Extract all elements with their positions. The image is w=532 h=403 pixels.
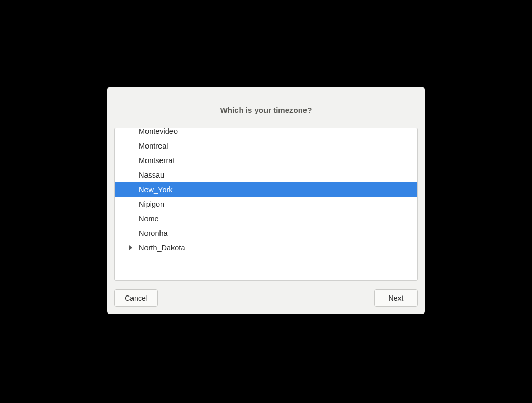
next-button[interactable]: Next — [374, 289, 418, 307]
list-item-label: Montserrat — [139, 156, 175, 165]
list-item-label: Nipigon — [139, 200, 164, 208]
list-item[interactable]: Montserrat — [115, 153, 417, 168]
list-item-label: Noronha — [139, 229, 168, 237]
dialog-header: Which is your timezone? — [107, 87, 425, 125]
expand-arrow-icon — [129, 245, 132, 250]
list-item-label: Montreal — [139, 142, 168, 150]
list-item[interactable]: Montreal — [115, 139, 417, 153]
timezone-dialog: Which is your timezone? Montevideo Montr… — [107, 87, 425, 314]
list-item[interactable]: Noronha — [115, 226, 417, 240]
timezone-list[interactable]: Montevideo Montreal Montserrat Nassau Ne… — [115, 128, 417, 280]
list-item-selected[interactable]: New_York — [115, 182, 417, 197]
list-item-expandable[interactable]: North_Dakota — [115, 240, 417, 255]
list-item-label: Nassau — [139, 171, 164, 179]
list-item[interactable]: Nipigon — [115, 197, 417, 211]
list-item[interactable]: Montevideo — [115, 128, 417, 139]
dialog-footer: Cancel Next — [107, 288, 425, 314]
list-item-label: Montevideo — [139, 128, 178, 136]
cancel-button[interactable]: Cancel — [114, 289, 158, 307]
list-item-label: New_York — [139, 185, 173, 194]
list-item[interactable]: Nome — [115, 211, 417, 226]
list-item-label: North_Dakota — [139, 244, 185, 252]
list-item-label: Nome — [139, 214, 159, 223]
dialog-title: Which is your timezone? — [117, 105, 415, 114]
list-item[interactable]: Nassau — [115, 168, 417, 182]
timezone-list-container: Montevideo Montreal Montserrat Nassau Ne… — [114, 128, 418, 281]
